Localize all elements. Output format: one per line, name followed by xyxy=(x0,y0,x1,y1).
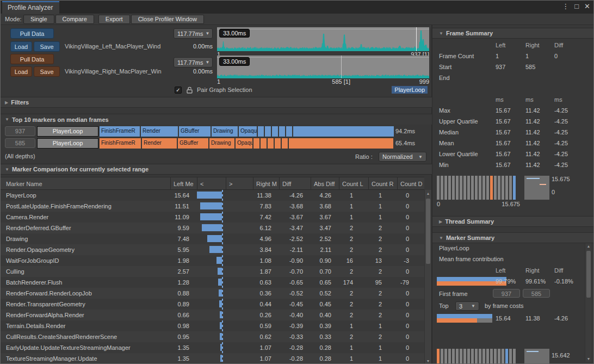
column-header[interactable]: < xyxy=(197,177,226,190)
table-row[interactable]: Drawing7.484.96-2.522.52220 xyxy=(1,233,424,244)
top10-section-header[interactable]: ▼ Top 10 markers on median frames xyxy=(1,114,432,125)
table-row[interactable]: CullResults.CreateSharedRendererScene0.9… xyxy=(1,331,424,342)
marker-summary-header[interactable]: ▼ Marker Summary xyxy=(432,232,593,243)
marker-segment[interactable] xyxy=(268,138,274,149)
right-pane-scrollbar[interactable]: ▲ ▼ xyxy=(585,243,591,362)
load-right-button[interactable]: Load xyxy=(10,66,32,77)
pull-data-right-button[interactable]: Pull Data xyxy=(10,54,54,64)
marker-summary-col-headers: LeftRightDiff xyxy=(439,265,593,276)
close-profiler-window-button[interactable]: Close Profiler Window xyxy=(131,15,204,24)
collapsed-triangle-icon: ▶ xyxy=(439,219,442,224)
pull-data-left-button[interactable]: Pull Data xyxy=(10,28,54,39)
table-cell: 1 xyxy=(339,214,368,220)
column-header[interactable]: Abs Diff▼ xyxy=(311,177,339,190)
marker-segment[interactable] xyxy=(293,126,394,137)
histogram-bar xyxy=(509,176,512,200)
lock-icon[interactable] xyxy=(186,86,193,94)
marker-segment[interactable] xyxy=(265,126,271,137)
close-icon[interactable]: ✕ xyxy=(584,2,590,10)
selected-marker-label[interactable]: PlayerLoop xyxy=(392,86,428,94)
column-header[interactable]: > xyxy=(226,177,253,190)
column-header[interactable]: Marker Name xyxy=(1,177,170,190)
marker-segment[interactable]: Render xyxy=(142,138,177,149)
scroll-down-icon[interactable]: ▼ xyxy=(585,357,592,361)
table-row[interactable]: WaitForJobGroupID1.981.08-0.900.901613-3 xyxy=(1,255,424,266)
column-header[interactable]: Count R xyxy=(368,177,397,190)
scroll-down-icon[interactable]: ▼ xyxy=(425,359,431,363)
table-row[interactable]: RenderDeferred.GBuffer9.596.12-3.473.472… xyxy=(1,223,424,233)
table-row[interactable]: PostLateUpdate.FinishFrameRendering11.51… xyxy=(1,201,424,212)
marker-segment[interactable] xyxy=(253,138,259,149)
menu-icon[interactable]: ⋮ xyxy=(562,2,569,10)
marker-segment[interactable] xyxy=(261,138,267,149)
marker-segment[interactable]: Drawing xyxy=(209,138,234,149)
marker-segment[interactable]: Opaqu xyxy=(239,126,257,137)
marker-segment[interactable]: GBuffer xyxy=(178,138,208,149)
marker-playerloop-box[interactable]: PlayerLoop xyxy=(37,138,98,149)
table-row[interactable]: EarlyUpdate.UpdateTextureStreamingManage… xyxy=(1,342,424,353)
table-cell: 3.47 xyxy=(311,225,339,231)
left-range-dropdown[interactable]: 117.77ms ▼ xyxy=(174,28,213,39)
marker-segment[interactable] xyxy=(275,138,281,149)
marker-playerloop-box[interactable]: PlayerLoop xyxy=(37,126,98,137)
save-right-button[interactable]: Save xyxy=(34,66,60,77)
frame-graph-left[interactable]: 33.00ms xyxy=(217,27,429,51)
ratio-dropdown[interactable]: Normalized ▼ xyxy=(379,152,426,162)
table-scrollbar[interactable]: ▲ ▼ xyxy=(424,190,431,363)
marker-segment[interactable]: FinishFrameR xyxy=(100,138,141,149)
right-scrollbar-thumb[interactable] xyxy=(586,251,591,298)
table-scrollbar-thumb[interactable] xyxy=(426,199,430,264)
marker-segment[interactable] xyxy=(286,126,292,137)
tab-profile-analyzer[interactable]: Profile Analyzer xyxy=(2,1,59,14)
scroll-up-icon[interactable]: ▲ xyxy=(585,244,592,248)
save-left-button[interactable]: Save xyxy=(34,41,60,52)
column-header[interactable]: Right M xyxy=(253,177,279,190)
load-left-button[interactable]: Load xyxy=(10,41,32,52)
maximize-icon[interactable]: □ xyxy=(574,2,579,10)
comparison-section-header[interactable]: ▼ Marker Comparison for currently select… xyxy=(1,164,432,175)
column-header[interactable]: Diff xyxy=(279,177,311,190)
table-row[interactable]: Render.OpaqueGeometry5.953.84-2.112.1122… xyxy=(1,244,424,255)
table-row[interactable]: RenderForward.RenderLoopJob0.880.36-0.52… xyxy=(1,288,424,299)
marker-segment[interactable]: GBuffer xyxy=(179,126,211,137)
marker-segment[interactable] xyxy=(258,126,264,137)
scroll-up-icon[interactable]: ▲ xyxy=(425,192,431,195)
column-header[interactable]: Left Me xyxy=(170,177,197,190)
mode-compare-button[interactable]: Compare xyxy=(55,15,94,24)
table-row[interactable]: Culling2.571.87-0.700.70220 xyxy=(1,266,424,277)
mode-single-button[interactable]: Single xyxy=(23,15,54,24)
table-cell: 11.51 xyxy=(170,203,197,209)
top-count-dropdown[interactable]: 3 ▼ xyxy=(455,301,479,311)
export-button[interactable]: Export xyxy=(98,15,130,24)
thread-summary-header[interactable]: ▶ Thread Summary xyxy=(432,216,593,227)
marker-segment[interactable]: FinishFrameR xyxy=(100,126,140,137)
marker-segment[interactable] xyxy=(272,126,278,137)
table-cell: RenderForwardAlpha.Render xyxy=(1,312,170,318)
table-row[interactable]: Render.TransparentGeometry0.890.44-0.450… xyxy=(1,299,424,310)
marker-segment[interactable] xyxy=(282,138,288,149)
table-row[interactable]: Terrain.Details.Render0.980.59-0.390.391… xyxy=(1,320,424,331)
frame-number-button[interactable]: 585 xyxy=(5,138,35,148)
table-row[interactable]: RenderForwardAlpha.Render0.660.26-0.400.… xyxy=(1,310,424,320)
marker-segment[interactable] xyxy=(289,138,393,149)
table-cell: 3.68 xyxy=(311,203,339,209)
table-row[interactable]: PlayerLoop15.6411.38-4.264.26110 xyxy=(1,190,424,201)
marker-segment[interactable]: Drawing xyxy=(212,126,238,137)
filters-section-header[interactable]: ▶ Filters xyxy=(1,97,432,108)
pair-graph-checkbox[interactable]: ✓ xyxy=(175,87,182,94)
column-header[interactable]: Count L xyxy=(339,177,368,190)
table-row[interactable]: BatchRenderer.Flush1.280.63-0.650.651749… xyxy=(1,277,424,288)
table-row[interactable]: TextureStreamingManager.Update1.351.07-0… xyxy=(1,353,424,363)
first-frame-right-button[interactable]: 585 xyxy=(523,289,550,298)
frame-graph-right[interactable]: 33.00ms xyxy=(217,55,429,78)
frame-summary-header[interactable]: ▼ Frame Summary xyxy=(432,28,593,39)
column-header[interactable]: Count D xyxy=(397,177,424,190)
table-cell: 2 xyxy=(368,236,397,242)
first-frame-left-button[interactable]: 937 xyxy=(493,289,520,298)
marker-segment[interactable]: Opaqu xyxy=(236,138,252,149)
marker-segment[interactable]: Render xyxy=(141,126,178,137)
comparison-table-header[interactable]: Marker NameLeft Me<>Right MDiffAbs Diff▼… xyxy=(1,177,424,190)
table-row[interactable]: Camera.Render11.097.42-3.673.67110 xyxy=(1,212,424,223)
marker-segment[interactable] xyxy=(279,126,285,137)
frame-number-button[interactable]: 937 xyxy=(5,126,35,136)
